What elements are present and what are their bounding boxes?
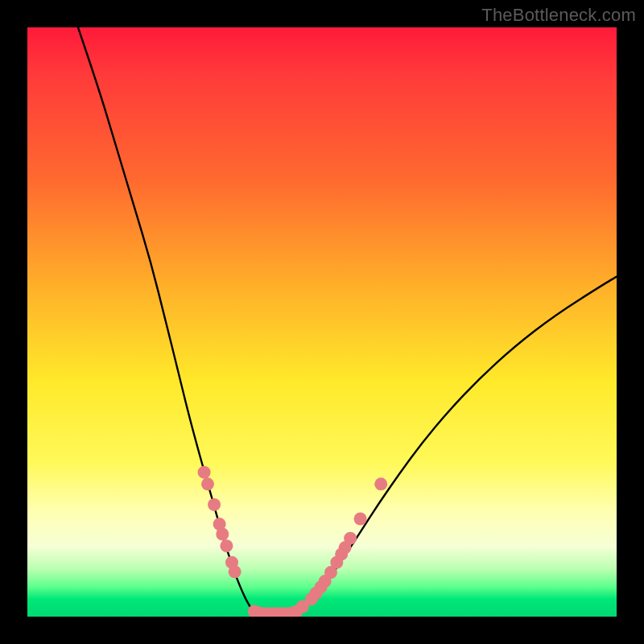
chart-frame: TheBottleneck.com bbox=[0, 0, 644, 644]
chart-svg bbox=[27, 27, 617, 617]
marker-dot bbox=[198, 466, 211, 479]
marker-dot bbox=[201, 477, 214, 490]
marker-dot bbox=[354, 512, 367, 525]
curve-lines bbox=[78, 27, 617, 613]
marker-dot bbox=[216, 528, 229, 541]
highlight-markers bbox=[198, 466, 388, 617]
marker-dot bbox=[374, 477, 387, 490]
marker-dot bbox=[344, 532, 357, 545]
plot-area bbox=[27, 27, 617, 617]
marker-dot bbox=[229, 565, 242, 578]
bottleneck-curve bbox=[78, 27, 617, 613]
marker-dot bbox=[208, 498, 221, 511]
marker-dot bbox=[220, 539, 233, 552]
watermark: TheBottleneck.com bbox=[481, 5, 636, 26]
